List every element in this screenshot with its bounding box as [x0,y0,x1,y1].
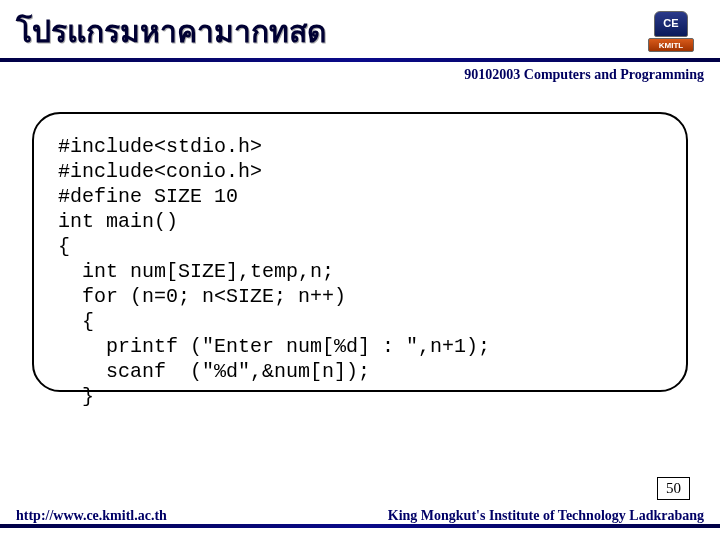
course-label: 90102003 Computers and Programming [464,67,704,83]
code-box: #include<stdio.h> #include<conio.h> #def… [32,112,688,392]
code-content: #include<stdio.h> #include<conio.h> #def… [58,134,662,409]
logo-bottom: KMITL [648,38,694,52]
footer-url: http://www.ce.kmitl.ac.th [16,508,167,524]
footer-institute: King Mongkut's Institute of Technology L… [388,508,704,524]
top-divider [0,58,720,62]
logo: CE KMITL [636,6,706,56]
bottom-divider [0,524,720,528]
logo-top: CE [654,11,688,37]
page-title: โปรแกรมหาคามากทสด [16,8,326,55]
page-number: 50 [657,477,690,500]
